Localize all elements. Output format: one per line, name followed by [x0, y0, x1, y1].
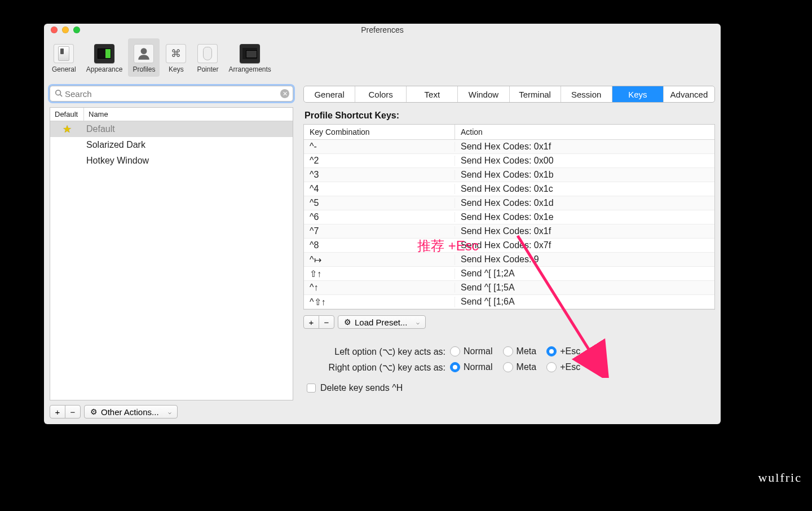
toolbar-label: Arrangements: [228, 65, 271, 73]
profile-row[interactable]: Hotkey Window: [50, 153, 293, 169]
shortcut-row[interactable]: ^6Send Hex Codes: 0x1e: [304, 210, 714, 224]
shortcut-action: Send Hex Codes: 0x00: [455, 156, 714, 166]
shortcut-action: Send Hex Codes: 0x1f: [455, 142, 714, 152]
clear-icon[interactable]: ✕: [280, 89, 289, 98]
add-profile-button[interactable]: +: [50, 405, 65, 419]
tab-text[interactable]: Text: [407, 86, 458, 102]
other-actions-label: Other Actions...: [101, 407, 159, 417]
tab-terminal[interactable]: Terminal: [510, 86, 561, 102]
shortcut-action: Send Hex Codes: 9: [455, 254, 714, 265]
profile-name: Solarized Dark: [84, 140, 293, 150]
left-option-radio-normal[interactable]: Normal: [450, 346, 493, 356]
default-star: ★: [50, 123, 84, 135]
shortcut-keycombo: ^3: [304, 170, 455, 180]
shortcut-row[interactable]: ^↑Send ^[ [1;5A: [304, 281, 714, 295]
shortcut-row[interactable]: ^3Send Hex Codes: 0x1b: [304, 168, 714, 182]
shortcut-row[interactable]: ^8Send Hex Codes: 0x7f: [304, 239, 714, 253]
svg-point-0: [141, 48, 147, 54]
shortcut-row[interactable]: ^4Send Hex Codes: 0x1c: [304, 182, 714, 196]
tab-session[interactable]: Session: [561, 86, 612, 102]
search-field[interactable]: ✕: [50, 86, 293, 102]
left-option-radio-meta[interactable]: Meta: [503, 346, 537, 356]
shortcut-row[interactable]: ^↦Send Hex Codes: 9: [304, 253, 714, 267]
shortcut-row[interactable]: ^⇧↑Send ^[ [1;6A: [304, 295, 714, 309]
profile-name: Hotkey Window: [84, 156, 293, 166]
shortcut-keycombo: ^↦: [304, 254, 455, 265]
profile-row[interactable]: ★Default: [50, 121, 293, 137]
tab-advanced[interactable]: Advanced: [664, 86, 714, 102]
profiles-sidebar: ✕ Default Name ★DefaultSolarized DarkHot…: [50, 86, 293, 419]
shortcut-section-label: Profile Shortcut Keys:: [304, 111, 715, 121]
tab-general[interactable]: General: [304, 86, 355, 102]
delete-key-checkbox[interactable]: [307, 384, 316, 393]
tab-colors[interactable]: Colors: [355, 86, 407, 102]
add-remove-segment: + −: [50, 405, 81, 419]
delete-key-row[interactable]: Delete key sends ^H: [307, 383, 715, 393]
radio-label: +Esc: [560, 346, 580, 356]
search-icon: [55, 89, 63, 99]
svg-line-2: [60, 94, 63, 96]
svg-point-1: [56, 90, 61, 95]
remove-profile-button[interactable]: −: [65, 405, 81, 419]
zoom-icon[interactable]: [73, 27, 80, 33]
toolbar-label: Pointer: [197, 65, 218, 73]
toolbar-label: Keys: [169, 65, 184, 73]
toolbar-item-appearance[interactable]: Appearance: [82, 38, 127, 77]
shortcut-keycombo: ^5: [304, 198, 455, 208]
toolbar-label: Appearance: [86, 65, 123, 73]
toolbar-item-pointer[interactable]: Pointer: [192, 38, 223, 77]
profile-row[interactable]: Solarized Dark: [50, 137, 293, 153]
left-option-radio-plus-esc[interactable]: +Esc: [546, 346, 580, 356]
minimize-icon[interactable]: [62, 27, 69, 33]
left-option-row: Left option (⌥) key acts as: NormalMeta+…: [303, 343, 715, 359]
column-name[interactable]: Name: [84, 108, 293, 121]
toolbar-item-arrangements[interactable]: Arrangements: [224, 38, 275, 77]
remove-shortcut-button[interactable]: −: [319, 315, 334, 329]
profile-name: Default: [84, 124, 293, 134]
shortcut-action: Send Hex Codes: 0x1f: [455, 226, 714, 236]
appearance-icon: [94, 44, 114, 63]
profile-footer: + − ⚙ Other Actions... ⌵: [50, 405, 293, 419]
shortcut-row[interactable]: ^2Send Hex Codes: 0x00: [304, 154, 714, 168]
column-default[interactable]: Default: [50, 108, 84, 121]
toolbar-item-keys[interactable]: ⌘Keys: [161, 38, 191, 77]
watermark: wulfric: [758, 470, 802, 485]
toolbar-label: Profiles: [133, 65, 155, 73]
right-option-radio-meta[interactable]: Meta: [503, 362, 537, 372]
option-key-block: Left option (⌥) key acts as: NormalMeta+…: [303, 343, 715, 393]
shortcut-table-header: Key Combination Action: [304, 125, 714, 140]
other-actions-dropdown[interactable]: ⚙ Other Actions... ⌵: [84, 405, 178, 419]
shortcut-action: Send Hex Codes: 0x1e: [455, 212, 714, 222]
shortcut-row[interactable]: ^7Send Hex Codes: 0x1f: [304, 224, 714, 239]
pointer-icon: [197, 44, 218, 63]
profiles-icon: [134, 44, 154, 63]
toolbar-label: General: [52, 65, 76, 73]
keys-icon: ⌘: [166, 44, 186, 63]
shortcut-row[interactable]: ⇧↑Send ^[ [1;2A: [304, 267, 714, 281]
column-key-combo[interactable]: Key Combination: [304, 125, 455, 139]
shortcut-keycombo: ^⇧↑: [304, 297, 455, 307]
shortcut-table: Key Combination Action ^-Send Hex Codes:…: [303, 124, 715, 310]
close-icon[interactable]: [51, 27, 58, 33]
right-option-radio-plus-esc[interactable]: +Esc: [546, 362, 580, 372]
load-preset-dropdown[interactable]: ⚙ Load Preset... ⌵: [338, 315, 426, 329]
search-input[interactable]: [65, 89, 280, 99]
tab-window[interactable]: Window: [458, 86, 509, 102]
toolbar: GeneralAppearanceProfiles⌘KeysPointerArr…: [44, 36, 721, 77]
shortcut-row[interactable]: ^-Send Hex Codes: 0x1f: [304, 140, 714, 154]
shortcut-keycombo: ^-: [304, 142, 455, 152]
shortcut-action: Send ^[ [1;5A: [455, 283, 714, 293]
toolbar-item-general[interactable]: General: [47, 38, 81, 77]
radio-label: Meta: [517, 346, 537, 356]
radio-label: Meta: [517, 362, 537, 372]
tab-keys[interactable]: Keys: [612, 86, 664, 102]
shortcut-row[interactable]: ^5Send Hex Codes: 0x1d: [304, 196, 714, 210]
shortcut-footer: + − ⚙ Load Preset... ⌵: [303, 315, 715, 329]
right-option-radio-normal[interactable]: Normal: [450, 362, 493, 372]
left-option-label: Left option (⌥) key acts as:: [303, 346, 450, 357]
left-option-radios: NormalMeta+Esc: [450, 346, 580, 356]
column-action[interactable]: Action: [455, 125, 714, 139]
shortcut-keycombo: ^↑: [304, 283, 455, 293]
add-shortcut-button[interactable]: +: [303, 315, 319, 329]
toolbar-item-profiles[interactable]: Profiles: [128, 38, 160, 77]
